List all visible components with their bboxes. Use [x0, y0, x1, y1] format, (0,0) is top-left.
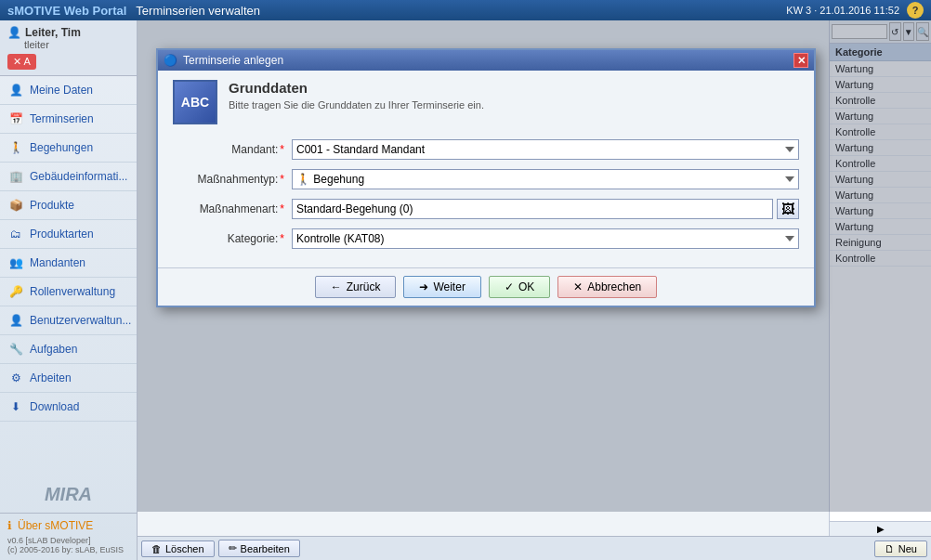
- page-title: Terminserien verwalten: [136, 4, 260, 18]
- people-icon: 👥: [7, 254, 24, 271]
- brand-title: sMOTIVE Web Portal: [7, 4, 126, 18]
- person-icon: 👤: [7, 82, 24, 98]
- role-icon: 🔑: [7, 283, 24, 300]
- modal-body: ABC Grunddaten Bitte tragen Sie die Grun…: [158, 71, 814, 267]
- sidebar-item-mandanten[interactable]: 👥 Mandanten: [0, 249, 137, 278]
- kategorie-control: Kontrolle (KAT08): [292, 228, 799, 249]
- info-icon: ℹ: [7, 519, 12, 532]
- sidebar-item-terminserien[interactable]: 📅 Terminserien: [0, 105, 137, 134]
- sidebar: 👤 Leiter, Tim tleiter ✕ A 👤 Meine Daten …: [0, 20, 138, 560]
- new-button[interactable]: 🗋 Neu: [874, 540, 927, 557]
- modal-header-section: ABC Grunddaten Bitte tragen Sie die Grun…: [173, 80, 799, 124]
- content-area: ↺ ▼ 🔍 Kategorie WartungWartungKontrolleW…: [138, 20, 931, 560]
- gear-icon: ⚙: [7, 370, 24, 386]
- sidebar-nav: 👤 Meine Daten 📅 Terminserien 🚶 Begehunge…: [0, 76, 137, 476]
- modal-overlay: 🔵 Terminserie anlegen ✕ ABC Grunddaten B…: [138, 20, 931, 512]
- bg-panel: ↺ ▼ 🔍 Kategorie WartungWartungKontrolleW…: [138, 20, 931, 536]
- box-icon: 📦: [7, 197, 24, 214]
- mandant-label: Mandant:*: [173, 143, 284, 156]
- wrench-icon: 🔧: [7, 341, 24, 358]
- about-item[interactable]: ℹ Über sMOTIVE: [7, 519, 129, 532]
- sidebar-item-arbeiten[interactable]: ⚙ Arbeiten: [0, 364, 137, 393]
- edit-icon: ✏: [229, 542, 237, 554]
- modal-dialog: 🔵 Terminserie anlegen ✕ ABC Grunddaten B…: [156, 48, 816, 307]
- sidebar-item-produkte[interactable]: 📦 Produkte: [0, 191, 137, 220]
- massnahmenart-pick-button[interactable]: 🖼: [777, 199, 799, 219]
- kategorie-select[interactable]: Kontrolle (KAT08): [292, 228, 799, 249]
- massnahmentyp-label: Maßnahmentyp:*: [173, 173, 284, 186]
- modal-title-text: Terminserie anlegen: [183, 54, 283, 67]
- massnahmentyp-control: 🚶 Begehung: [292, 169, 799, 189]
- abort-x-icon: ✕: [573, 280, 583, 293]
- mandant-control: C001 - Standard Mandant: [292, 139, 799, 160]
- scroll-down-btn[interactable]: ▶: [830, 521, 931, 536]
- form-row-mandant: Mandant:* C001 - Standard Mandant: [173, 139, 799, 160]
- new-doc-icon: 🗋: [885, 543, 895, 554]
- kategorie-label: Kategorie:*: [173, 232, 284, 245]
- sidebar-bottom: ℹ Über sMOTIVE v0.6 [sLAB Developer] (c)…: [0, 513, 137, 560]
- delete-icon: 🗑: [151, 543, 162, 554]
- sidebar-item-gebaude[interactable]: 🏢 Gebäudeinformati...: [0, 163, 137, 191]
- massnahmenart-control: 🖼: [292, 199, 799, 219]
- top-bar: sMOTIVE Web Portal Terminserien verwalte…: [0, 0, 931, 20]
- modal-close-button[interactable]: ✕: [793, 53, 808, 68]
- next-arrow-icon: ➜: [419, 280, 428, 293]
- user-section: 👤 Leiter, Tim tleiter ✕ A: [0, 20, 137, 76]
- sidebar-item-produktarten[interactable]: 🗂 Produktarten: [0, 220, 137, 249]
- form-row-kategorie: Kategorie:* Kontrolle (KAT08): [173, 228, 799, 249]
- next-button[interactable]: ➜ Weiter: [403, 276, 480, 298]
- modal-header-text: Grunddaten Bitte tragen Sie die Grunddat…: [229, 80, 484, 111]
- modal-title-icon: 🔵: [164, 54, 177, 67]
- ok-check-icon: ✓: [505, 280, 514, 293]
- kw-date: KW 3 · 21.01.2016 11:52: [786, 5, 899, 16]
- form-row-massnahmentyp: Maßnahmentyp:* 🚶 Begehung: [173, 169, 799, 189]
- sidebar-item-benutzerverwaltung[interactable]: 👤 Benutzerverwaltun...: [0, 306, 137, 335]
- sidebar-logo: MIRA: [0, 476, 137, 513]
- help-icon[interactable]: ?: [907, 2, 924, 19]
- modal-description: Bitte tragen Sie die Grunddaten zu Ihrer…: [229, 99, 484, 111]
- sidebar-item-meine-daten[interactable]: 👤 Meine Daten: [0, 76, 137, 105]
- user-mgmt-icon: 👤: [7, 312, 24, 329]
- sidebar-item-aufgaben[interactable]: 🔧 Aufgaben: [0, 335, 137, 364]
- download-icon: ⬇: [7, 398, 24, 415]
- sidebar-item-rollenverwaltung[interactable]: 🔑 Rollenverwaltung: [0, 278, 137, 306]
- edit-button[interactable]: ✏ Bearbeiten: [218, 540, 300, 557]
- form-row-massnahmenart: Maßnahmenart:* 🖼: [173, 199, 799, 219]
- walk-icon: 🚶: [7, 139, 24, 156]
- user-sub: tleiter: [7, 39, 129, 50]
- back-arrow-icon: ←: [331, 280, 342, 293]
- sidebar-item-download[interactable]: ⬇ Download: [0, 393, 137, 422]
- massnahmenart-label: Maßnahmenart:*: [173, 202, 284, 215]
- modal-titlebar: 🔵 Terminserie anlegen ✕: [158, 50, 814, 71]
- abc-icon: ABC: [173, 80, 217, 124]
- box2-icon: 🗂: [7, 226, 24, 242]
- modal-heading: Grunddaten: [229, 80, 484, 96]
- delete-button[interactable]: 🗑 Löschen: [141, 540, 215, 557]
- user-name: 👤 Leiter, Tim: [7, 26, 129, 39]
- cancel-button[interactable]: ✕ A: [7, 54, 36, 70]
- building-icon: 🏢: [7, 168, 24, 185]
- modal-footer: ← Zurück ➜ Weiter ✓ OK ✕: [158, 267, 814, 306]
- ok-button[interactable]: ✓ OK: [489, 276, 550, 298]
- mandant-select[interactable]: C001 - Standard Mandant: [292, 139, 799, 160]
- version-text: v0.6 [sLAB Developer] (c) 2005-2016 by: …: [7, 536, 129, 554]
- abort-button[interactable]: ✕ Abbrechen: [557, 276, 657, 298]
- back-button[interactable]: ← Zurück: [315, 276, 397, 298]
- person-icon: 👤: [7, 26, 21, 39]
- massnahmentyp-select[interactable]: 🚶 Begehung: [292, 169, 799, 189]
- bottom-bar: 🗑 Löschen ✏ Bearbeiten 🗋 Neu: [138, 536, 931, 560]
- calendar-icon: 📅: [7, 111, 24, 127]
- sidebar-item-begehungen[interactable]: 🚶 Begehungen: [0, 134, 137, 163]
- massnahmenart-input[interactable]: [292, 199, 773, 219]
